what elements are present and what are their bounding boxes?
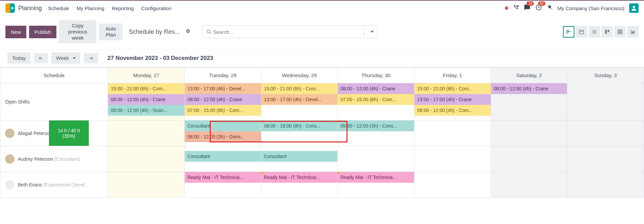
shift-pill[interactable]: 08:00 - 12:00 (4h) - Crane [185, 94, 261, 105]
svg-point-7 [633, 6, 635, 8]
tools-icon[interactable] [547, 4, 553, 12]
cell[interactable] [108, 120, 185, 146]
shift-pill[interactable]: 13:00 - 17:00 (4h) - Crane [414, 94, 491, 105]
search-box[interactable] [202, 25, 364, 38]
view-pivot-button[interactable] [614, 26, 626, 38]
shift-pill[interactable]: 08:00 - 18:00 (8h) - Cons... [261, 120, 338, 131]
cell[interactable]: Ready Mat - IT Technicia... [338, 172, 414, 198]
header-day-sat[interactable]: Saturday, 2 [491, 68, 567, 83]
shift-pill[interactable]: 07:00 - 15:00 (8h) - Com... [185, 105, 261, 116]
shift-pill[interactable]: 08:00 - 12:00 (4h) - Scan... [108, 105, 184, 116]
progress-chip[interactable]: 14 h / 40 h (35%) [49, 120, 89, 146]
cell[interactable]: 15:00 - 21:00 (6h) - Com... 13:00 - 17:0… [261, 83, 338, 120]
shift-pill[interactable]: 15:00 - 21:00 (6h) - Com... [261, 83, 338, 94]
dialpad-icon[interactable] [513, 4, 519, 12]
cell[interactable] [338, 146, 414, 172]
scale-select[interactable]: Week [51, 52, 80, 64]
svg-rect-20 [605, 30, 607, 34]
shift-pill[interactable]: Ready Mat - IT Technicia... [338, 172, 414, 183]
shift-pill[interactable]: 07:00 - 15:00 (8h) - Com... [338, 94, 414, 105]
shift-pill[interactable]: 08:00 - 12:00 (4h) - Com... [414, 105, 491, 116]
menu-my-planning[interactable]: My Planning [77, 5, 105, 11]
new-button[interactable]: New [5, 26, 26, 38]
shift-pill[interactable]: 08:00 - 12:00 (4h) - Crane [108, 94, 184, 105]
cell[interactable] [491, 172, 567, 198]
header-day-sun[interactable]: Sunday, 3 [567, 68, 644, 83]
header-day-wed[interactable]: Wednesday, 29 [261, 68, 338, 83]
cell[interactable]: Ready Mat - IT Technicia... [261, 172, 338, 198]
shift-pill[interactable]: 13:00 - 17:00 (4h) - Devel... [261, 94, 338, 105]
cell[interactable]: 13:00 - 17:00 (4h) - Devel... 08:00 - 12… [184, 83, 261, 120]
menu-configuration[interactable]: Configuration [141, 5, 171, 11]
row-label-beth[interactable]: Beth Evans (Experienced Devel... [0, 172, 108, 198]
shift-pill[interactable]: Consultant [261, 151, 338, 162]
cell[interactable]: 08:00 - 12:00 (4h) - Crane [491, 83, 567, 120]
shift-pill[interactable]: 08:00 - 12:00 (4h) - Crane [338, 83, 414, 94]
menu-reporting[interactable]: Reporting [112, 5, 134, 11]
cell[interactable] [567, 146, 644, 172]
app-logo[interactable] [5, 3, 15, 13]
copy-previous-week-button[interactable]: Copy previous week [59, 20, 96, 43]
cell[interactable] [108, 146, 185, 172]
shift-pill[interactable]: Consultant [185, 120, 261, 131]
date-controls: Today Week 27 November 2023 - 03 Decembe… [0, 49, 644, 67]
company-selector[interactable]: My Company (San Francisco) [558, 5, 624, 11]
cell[interactable]: 08:00 - 18:00 (8h) - Cons... [261, 120, 338, 146]
svg-point-1 [517, 5, 517, 6]
cell[interactable] [491, 146, 567, 172]
row-label-audrey[interactable]: Audrey Peterson (Consultant) [0, 146, 108, 172]
cell[interactable] [567, 172, 644, 198]
view-calendar-button[interactable] [576, 26, 587, 38]
shift-pill[interactable]: 15:00 - 21:00 (6h) - Com... [414, 83, 491, 94]
cell[interactable]: 09:00 - 12:00 (3h) - Cons... [338, 120, 414, 146]
cell[interactable] [108, 172, 185, 198]
prev-button[interactable] [34, 53, 48, 63]
view-kanban-button[interactable] [601, 26, 613, 38]
shift-pill[interactable]: Consultant [185, 151, 261, 162]
cell[interactable] [567, 83, 644, 120]
messages-icon[interactable]: 13 [524, 4, 531, 13]
cell[interactable]: 15:00 - 21:00 (6h) - Com... 08:00 - 12:0… [108, 83, 185, 120]
svg-point-3 [516, 6, 517, 6]
cell[interactable]: Consultant 08:00 - 12:00 (3h) - Gemi... [184, 120, 261, 146]
auto-plan-button[interactable]: Auto Plan [99, 23, 123, 40]
view-list-button[interactable] [589, 26, 600, 38]
shift-pill[interactable]: 08:00 - 12:00 (3h) - Gemi... [185, 131, 261, 142]
header-day-tue[interactable]: Tuesday, 28 [184, 68, 261, 83]
header-day-mon[interactable]: Monday, 27 [108, 68, 185, 83]
row-label-abigail[interactable]: Abigail Peterso 14 h / 40 h (35%) [0, 120, 108, 146]
shift-pill[interactable]: Ready Mat - IT Technicia... [261, 172, 338, 183]
view-gantt-button[interactable] [563, 26, 574, 38]
gear-icon[interactable] [185, 28, 190, 35]
shift-pill[interactable]: Ready Mat - IT Technicia... [185, 172, 261, 183]
header-day-thu[interactable]: Thursday, 30 [338, 68, 414, 83]
cell[interactable] [414, 172, 491, 198]
next-button[interactable] [84, 53, 98, 63]
cell[interactable] [491, 120, 567, 146]
cell[interactable]: 15:00 - 21:00 (6h) - Com... 13:00 - 17:0… [414, 83, 491, 120]
cell[interactable] [414, 146, 491, 172]
cell[interactable] [567, 120, 644, 146]
publish-button[interactable]: Publish [29, 26, 56, 38]
view-graph-button[interactable] [627, 26, 639, 38]
activities-icon[interactable]: 52 [535, 4, 542, 13]
menu-schedule[interactable]: Schedule [48, 5, 69, 11]
search-options-toggle[interactable] [367, 25, 378, 38]
user-avatar[interactable] [629, 3, 639, 13]
today-button[interactable]: Today [7, 52, 30, 64]
cell[interactable] [414, 120, 491, 146]
shift-pill[interactable]: 08:00 - 12:00 (4h) - Crane [491, 83, 567, 94]
shift-pill[interactable]: 15:00 - 21:00 (6h) - Com... [108, 83, 184, 94]
app-name[interactable]: Planning [18, 5, 42, 12]
search-input[interactable] [213, 29, 360, 35]
main-menu: Schedule My Planning Reporting Configura… [48, 5, 171, 11]
shift-pill[interactable]: 09:00 - 12:00 (3h) - Cons... [338, 120, 414, 131]
header-day-fri[interactable]: Friday, 1 [414, 68, 491, 83]
shift-pill[interactable]: 13:00 - 17:00 (4h) - Devel... [185, 83, 261, 94]
cell[interactable]: Ready Mat - IT Technicia... [184, 172, 261, 198]
record-indicator-icon [505, 6, 508, 10]
cell[interactable]: Consultant [184, 146, 261, 172]
cell[interactable]: 08:00 - 12:00 (4h) - Crane 07:00 - 15:00… [338, 83, 414, 120]
row-label-open[interactable]: Open Shifts [0, 83, 108, 120]
cell[interactable]: Consultant [261, 146, 338, 172]
